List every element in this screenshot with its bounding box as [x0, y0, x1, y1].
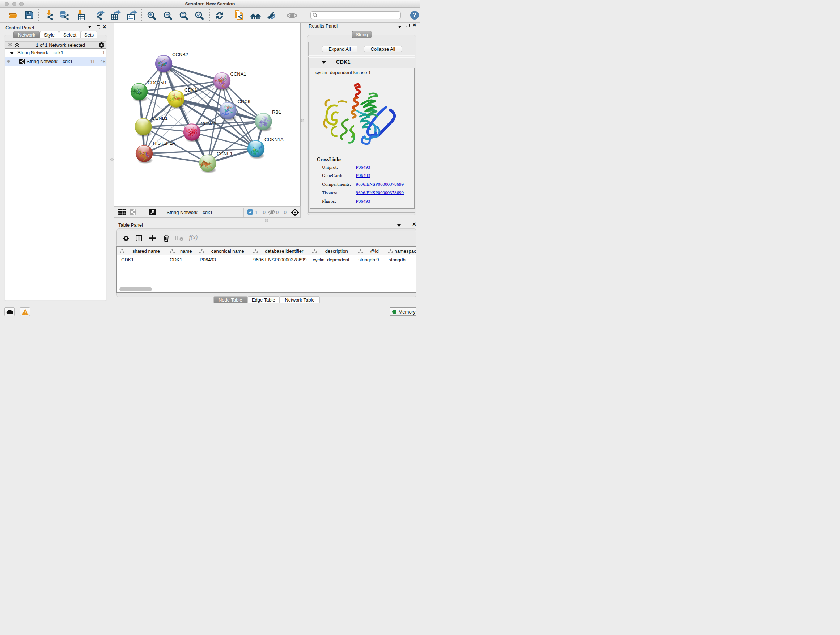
svg-text:CCNB1: CCNB1	[152, 116, 168, 121]
svg-text:CCNE1: CCNE1	[217, 151, 233, 157]
svg-text:CDKN1A: CDKN1A	[264, 137, 284, 142]
svg-text:HIST1H1A: HIST1H1A	[153, 141, 175, 146]
svg-text:CDK1: CDK1	[185, 87, 197, 93]
svg-text:CCNB2: CCNB2	[172, 52, 188, 57]
svg-text:CDC25B: CDC25B	[148, 80, 166, 86]
svg-text:CDC6: CDC6	[238, 99, 250, 104]
svg-text:CCNA2: CCNA2	[201, 121, 217, 126]
svg-text:RB1: RB1	[272, 109, 281, 115]
svg-text:CCNA1: CCNA1	[231, 71, 246, 77]
